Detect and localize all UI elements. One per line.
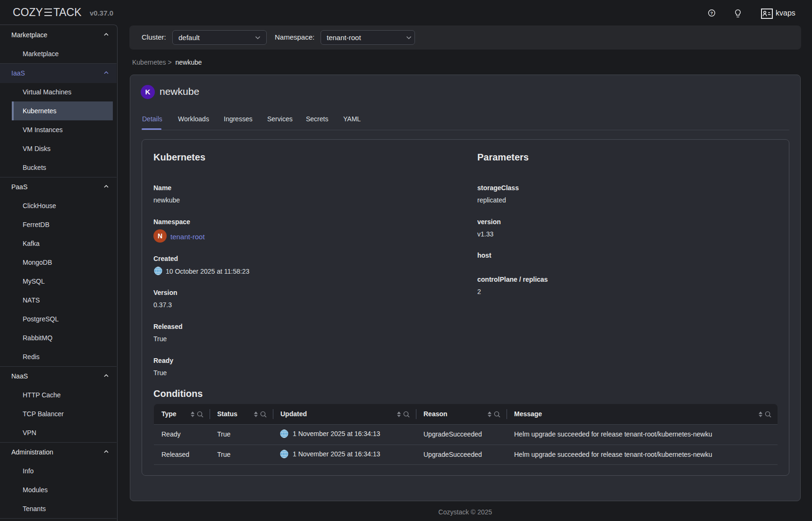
svg-text:?: ? — [710, 10, 713, 16]
